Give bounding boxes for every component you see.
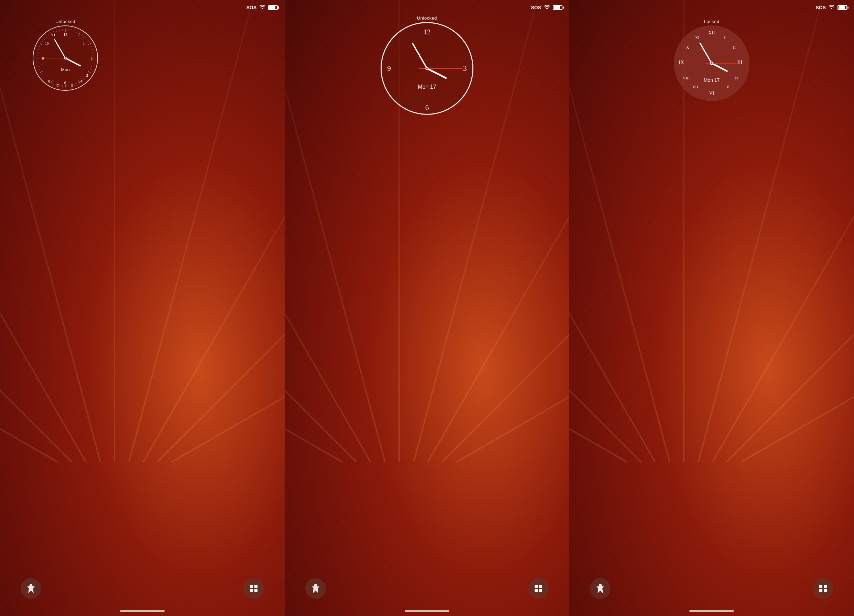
bottom-buttons-3 (569, 578, 854, 599)
svg-point-93 (426, 68, 428, 69)
svg-text:II: II (733, 45, 736, 50)
svg-text:4: 4 (80, 79, 82, 83)
svg-rect-94 (535, 585, 538, 588)
svg-point-0 (262, 8, 263, 9)
svg-line-59 (59, 30, 59, 32)
sos-label-2: SOS (531, 5, 541, 10)
svg-line-6 (78, 81, 80, 83)
svg-line-31 (84, 78, 85, 80)
svg-line-2 (78, 33, 80, 35)
status-bar-3: SOS (569, 0, 854, 15)
svg-line-52 (38, 46, 40, 47)
clock-face-3: XII I II III IV V VI VII VIII IX X XI (674, 26, 749, 101)
svg-rect-119 (819, 589, 822, 592)
svg-line-112 (700, 43, 712, 63)
svg-line-19 (85, 38, 87, 40)
battery-icon-3 (837, 5, 847, 10)
svg-text:III: III (737, 60, 742, 65)
svg-line-74 (55, 40, 65, 58)
svg-line-58 (56, 30, 57, 32)
svg-line-40 (53, 83, 54, 85)
svg-line-16 (76, 31, 77, 33)
svg-text:3: 3 (86, 73, 88, 78)
svg-text:VII: VII (692, 85, 698, 89)
sos-label-3: SOS (816, 5, 826, 10)
status-bar-1: SOS (0, 0, 285, 15)
svg-rect-97 (539, 589, 542, 592)
svg-text:I: I (724, 35, 726, 40)
flashlight-button-1[interactable] (21, 578, 41, 599)
light-rays-1 (0, 0, 285, 616)
battery-icon-1 (268, 5, 278, 10)
svg-text:12: 12 (63, 32, 68, 37)
svg-line-50 (37, 52, 39, 52)
svg-line-36 (68, 85, 69, 87)
svg-line-42 (46, 78, 47, 80)
clock-date-1: Mon (61, 67, 69, 72)
svg-text:VIII: VIII (683, 76, 690, 81)
phone-panel-3: SOS Locked XII I II III IV V VI V (569, 0, 854, 616)
svg-line-8 (50, 81, 52, 83)
clock-widget-2: Unlocked 12 6 9 3 Mon 17 (381, 15, 473, 115)
svg-point-83 (546, 8, 547, 9)
svg-line-28 (90, 69, 92, 70)
grid-button-3[interactable] (813, 578, 833, 599)
svg-line-23 (92, 52, 94, 52)
svg-line-18 (84, 37, 85, 38)
svg-point-116 (711, 63, 713, 64)
clock-date-2: Mon 17 (418, 84, 436, 90)
svg-line-34 (74, 84, 75, 86)
bottom-buttons-2 (285, 578, 569, 599)
svg-text:IV: IV (735, 76, 739, 81)
svg-text:IX: IX (679, 60, 684, 65)
svg-point-98 (831, 8, 832, 9)
svg-line-46 (38, 67, 40, 67)
clock-widget-1: Unlocked (33, 19, 98, 91)
svg-text:XI: XI (695, 35, 700, 40)
svg-point-78 (65, 57, 66, 59)
svg-line-55 (46, 37, 47, 38)
svg-line-60 (62, 29, 63, 31)
home-indicator-1 (120, 610, 165, 612)
flashlight-button-2[interactable] (305, 578, 326, 599)
phone-panel-2: SOS Unlocked 12 6 9 3 (285, 0, 569, 616)
svg-text:10: 10 (45, 41, 49, 46)
clock-date-3: Mon 17 (704, 77, 720, 83)
phone-panel-1: SOS Unlocked (0, 0, 285, 616)
grid-button-1[interactable] (243, 578, 264, 599)
home-indicator-3 (689, 610, 734, 612)
svg-text:7: 7 (57, 83, 59, 87)
home-indicator-2 (405, 610, 449, 612)
clock-face-2: 12 6 9 3 Mon 17 (381, 22, 473, 115)
clock-label-2: Unlocked (381, 15, 473, 21)
wifi-icon-2 (544, 5, 550, 11)
svg-text:9: 9 (387, 64, 391, 73)
svg-rect-118 (824, 585, 827, 588)
svg-line-15 (74, 30, 75, 32)
svg-line-53 (41, 41, 43, 42)
svg-line-56 (48, 34, 49, 36)
svg-line-14 (71, 30, 71, 32)
svg-line-22 (91, 49, 93, 50)
svg-line-73 (65, 58, 81, 66)
svg-line-89 (413, 44, 427, 69)
clock-widget-3: Locked XII I II III IV V VI VII VIII IX … (674, 19, 749, 101)
svg-line-26 (92, 64, 94, 64)
svg-rect-79 (250, 585, 253, 588)
svg-text:9: 9 (41, 56, 44, 61)
svg-line-88 (427, 69, 446, 78)
grid-button-2[interactable] (528, 578, 549, 599)
svg-line-111 (712, 63, 727, 71)
status-bar-2: SOS (285, 0, 569, 15)
svg-line-25 (93, 61, 95, 61)
svg-line-3 (88, 43, 90, 45)
svg-line-49 (36, 55, 38, 55)
flashlight-button-3[interactable] (590, 578, 611, 599)
sos-label-1: SOS (246, 5, 256, 10)
svg-rect-120 (824, 589, 827, 592)
svg-line-38 (59, 85, 59, 87)
bottom-buttons-1 (0, 578, 285, 599)
svg-text:XII: XII (708, 30, 715, 35)
svg-text:V: V (726, 85, 729, 89)
svg-text:X: X (686, 45, 689, 50)
